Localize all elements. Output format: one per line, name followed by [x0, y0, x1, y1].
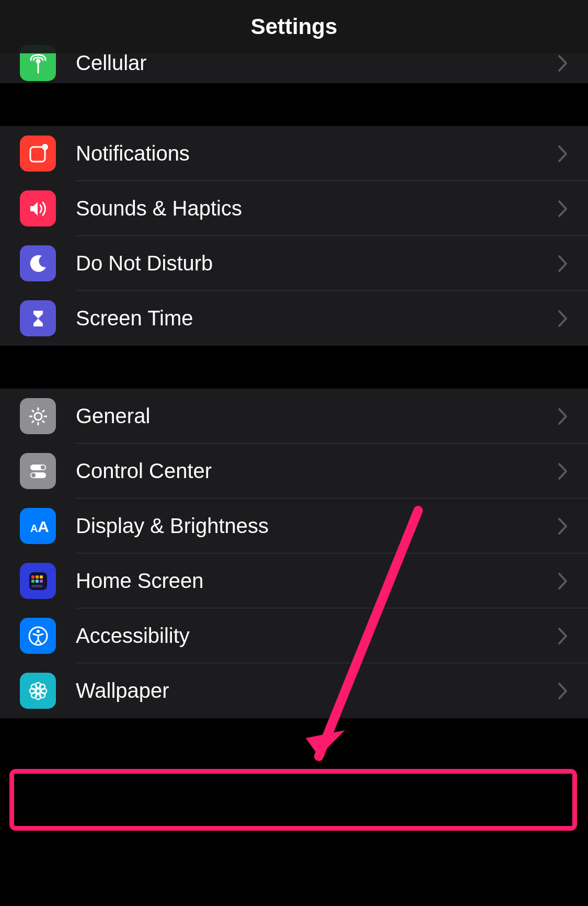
hourglass-icon [20, 300, 56, 336]
chevron-right-icon [558, 627, 568, 645]
row-dnd[interactable]: Do Not Disturb [0, 236, 588, 291]
svg-point-3 [42, 144, 48, 150]
row-screentime[interactable]: Screen Time [0, 291, 588, 346]
svg-point-16 [31, 473, 36, 477]
svg-rect-23 [31, 580, 34, 583]
accessibility-icon [20, 618, 56, 654]
row-label: Wallpaper [76, 679, 558, 703]
svg-line-11 [42, 410, 44, 412]
svg-rect-20 [31, 575, 34, 579]
chevron-right-icon [558, 517, 568, 535]
text-size-icon: AA [20, 508, 56, 544]
row-label: Control Center [76, 459, 558, 483]
chevron-right-icon [558, 572, 568, 590]
row-label: Sounds & Haptics [76, 197, 558, 220]
svg-rect-21 [36, 575, 39, 579]
chevron-right-icon [558, 54, 568, 72]
grid-icon [20, 563, 56, 599]
chevron-right-icon [558, 682, 568, 700]
svg-text:A: A [30, 523, 38, 534]
row-notifications[interactable]: Notifications [0, 126, 588, 181]
group-separator [0, 83, 588, 126]
row-display[interactable]: AA Display & Brightness [0, 499, 588, 553]
svg-point-28 [37, 630, 40, 633]
svg-line-12 [32, 421, 34, 423]
chevron-right-icon [558, 462, 568, 480]
row-label: Notifications [76, 142, 558, 165]
row-label: Screen Time [76, 307, 558, 330]
chevron-right-icon [558, 200, 568, 218]
svg-text:A: A [38, 518, 49, 535]
svg-line-9 [32, 410, 34, 412]
row-label: Accessibility [76, 624, 558, 648]
row-cellular[interactable]: Cellular [0, 53, 588, 83]
chevron-right-icon [558, 255, 568, 273]
svg-point-4 [34, 413, 42, 420]
settings-group-0: Cellular [0, 53, 588, 83]
row-label: General [76, 404, 558, 428]
svg-line-10 [42, 421, 44, 423]
flower-icon [20, 673, 56, 709]
settings-list: Cellular Notifications Sounds & Haptics [0, 53, 588, 718]
svg-rect-24 [36, 580, 39, 583]
chevron-right-icon [558, 407, 568, 425]
chevron-right-icon [558, 310, 568, 327]
toggles-icon [20, 453, 56, 489]
row-label: Display & Brightness [76, 514, 558, 538]
moon-icon [20, 245, 56, 281]
svg-point-29 [36, 689, 40, 693]
notifications-icon [20, 135, 56, 172]
row-label: Home Screen [76, 569, 558, 593]
row-label: Do Not Disturb [76, 252, 558, 275]
row-label: Cellular [76, 51, 558, 75]
row-sounds[interactable]: Sounds & Haptics [0, 181, 588, 236]
svg-rect-26 [31, 585, 43, 587]
header: Settings [0, 0, 588, 53]
svg-rect-22 [40, 575, 43, 579]
chevron-right-icon [558, 145, 568, 163]
gear-icon [20, 398, 56, 434]
group-separator [0, 346, 588, 389]
row-wallpaper[interactable]: Wallpaper [0, 663, 588, 718]
row-accessibility[interactable]: Accessibility [0, 608, 588, 663]
svg-rect-25 [40, 580, 43, 583]
settings-group-2: General Control Center AA Display & Brig… [0, 389, 588, 718]
svg-point-14 [41, 465, 45, 469]
row-homescreen[interactable]: Home Screen [0, 553, 588, 608]
speaker-icon [20, 190, 56, 226]
annotation-highlight [9, 769, 577, 831]
page-title: Settings [251, 14, 338, 39]
row-controlcenter[interactable]: Control Center [0, 444, 588, 499]
settings-group-1: Notifications Sounds & Haptics Do Not Di… [0, 126, 588, 346]
row-general[interactable]: General [0, 389, 588, 444]
